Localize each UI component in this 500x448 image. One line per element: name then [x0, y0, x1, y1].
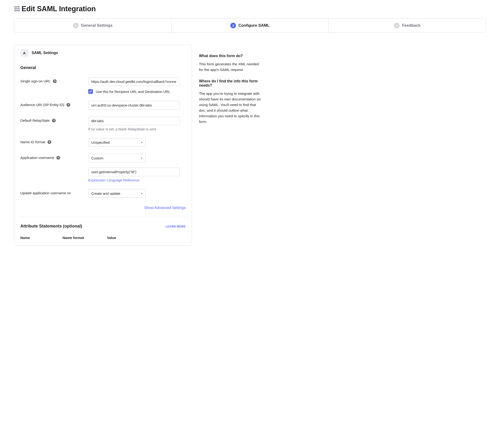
nameid-format-label: Name ID format — [20, 140, 45, 144]
update-username-on-select[interactable] — [88, 189, 145, 198]
learn-more-link[interactable]: LEARN MORE — [165, 225, 186, 228]
step-general-settings[interactable]: 1 General Settings — [14, 18, 172, 32]
svg-rect-4 — [16, 8, 17, 9]
svg-rect-5 — [18, 8, 19, 9]
relaystate-hint: If no value is set, a blank RelayState i… — [88, 127, 186, 131]
help-sidebar: What does this form do? This form genera… — [199, 45, 262, 131]
steps-bar: 1 General Settings 2 Configure SAML 3 Fe… — [14, 18, 486, 33]
section-header: A SAML Settings — [20, 49, 186, 57]
divider — [20, 217, 186, 217]
attr-col-format: Name format — [63, 236, 102, 240]
sidebar-a2: The app you're trying to integrate with … — [199, 91, 262, 125]
apps-grid-icon — [14, 6, 20, 12]
section-title: SAML Settings — [32, 51, 58, 55]
help-icon[interactable]: ? — [52, 119, 56, 122]
sso-url-label: Single sign-on URL — [20, 79, 50, 83]
app-username-label: Application username — [20, 156, 54, 160]
svg-rect-0 — [15, 6, 16, 7]
step-label: Feedback — [402, 23, 420, 28]
svg-rect-7 — [16, 10, 17, 11]
step-label: Configure SAML — [238, 23, 269, 28]
relaystate-input[interactable] — [88, 117, 179, 125]
svg-rect-3 — [15, 8, 16, 9]
recipient-url-checkbox-label: Use this for Recipient URL and Destinati… — [96, 90, 170, 94]
sidebar-q2: Where do I find the info this form needs… — [199, 79, 262, 88]
step-configure-saml[interactable]: 2 Configure SAML — [172, 18, 329, 32]
attribute-statements-heading: Attribute Statements (optional) — [20, 224, 82, 229]
show-advanced-settings-link[interactable]: Show Advanced Settings — [144, 206, 186, 210]
sidebar-q1: What does this form do? — [199, 54, 262, 58]
sidebar-a1: This form generates the XML needed for t… — [199, 61, 262, 73]
step-label: General Settings — [81, 23, 113, 28]
step-number: 2 — [230, 23, 236, 28]
attr-col-name: Name — [20, 236, 58, 240]
audience-uri-label: Audience URI (SP Entity ID) — [20, 103, 64, 107]
saml-settings-card: A SAML Settings General Single sign-on U… — [14, 45, 192, 245]
svg-rect-6 — [15, 10, 16, 11]
page-title: Edit SAML Integration — [21, 5, 96, 13]
step-number: 1 — [73, 23, 79, 28]
expression-language-link[interactable]: Expression Language Reference — [88, 178, 186, 182]
nameid-format-select[interactable] — [88, 138, 145, 147]
help-icon[interactable]: ? — [48, 140, 51, 144]
sso-url-input[interactable] — [88, 77, 179, 86]
section-marker: A — [20, 49, 28, 57]
page-title-row: Edit SAML Integration — [14, 5, 486, 13]
attr-col-value: Value — [107, 236, 186, 240]
step-number: 3 — [394, 23, 400, 28]
update-username-on-label: Update application username on — [20, 191, 71, 195]
help-icon[interactable]: ? — [56, 156, 60, 160]
general-heading: General — [20, 65, 186, 70]
audience-uri-input[interactable] — [88, 101, 179, 110]
app-username-expression-input[interactable] — [88, 168, 179, 176]
help-icon[interactable]: ? — [66, 103, 70, 107]
app-username-select[interactable] — [88, 154, 145, 162]
svg-rect-1 — [16, 6, 17, 7]
recipient-url-checkbox[interactable] — [88, 89, 93, 94]
attribute-columns-header: Name Name format Value — [20, 236, 186, 240]
relaystate-label: Default RelayState — [20, 118, 50, 122]
step-feedback[interactable]: 3 Feedback — [329, 18, 486, 32]
svg-rect-2 — [18, 6, 19, 7]
help-icon[interactable]: ? — [53, 79, 57, 83]
